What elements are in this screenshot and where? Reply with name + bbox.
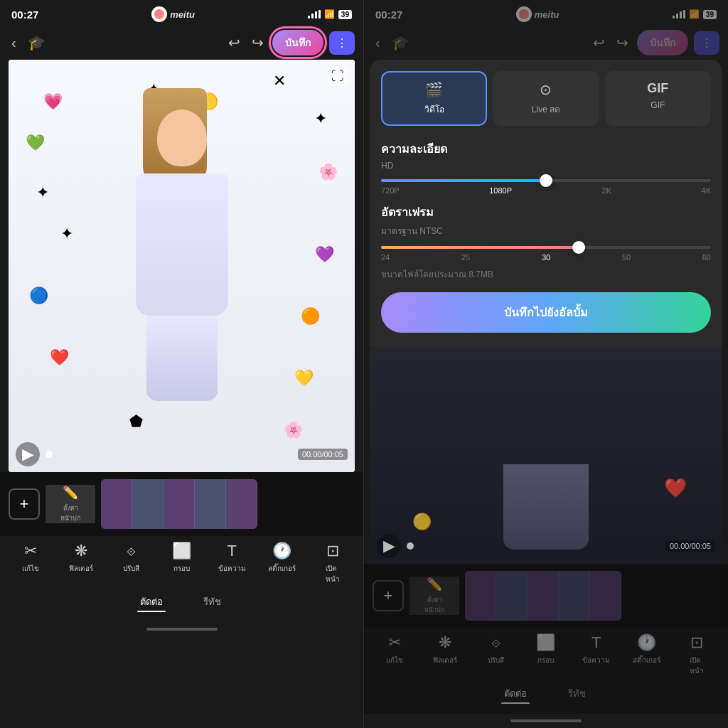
sticker-redheart: ❤️ xyxy=(50,348,69,367)
framerate-title: อัตราเฟรม xyxy=(381,203,711,221)
clip-strip[interactable] xyxy=(101,479,257,529)
video-preview-right: ❤️ 🟡 ▶ 00.00/00:05 xyxy=(370,347,722,564)
back-button-left[interactable]: ‹ xyxy=(9,32,19,54)
sticker-sparkle2: ✦ xyxy=(36,183,49,202)
open-icon: ⊡ xyxy=(326,542,339,560)
export-tabs: 🎬 วิดีโอ ⊙ Live สด GIF GIF xyxy=(381,71,711,126)
tool-icons-right: ✂ แก้ไข ❋ ฟิลเตอร์ ⟐ ปรับสี ⬜ กรอบ T ข xyxy=(364,633,728,676)
tab-retouch-indicator xyxy=(198,611,227,612)
signal-bars-left xyxy=(308,10,321,18)
tool-sticker[interactable]: 🕐 สติ๊กเกอร์ xyxy=(264,542,300,584)
tool-edit[interactable]: ✂ แก้ไข xyxy=(13,542,48,584)
home-bar-right xyxy=(510,719,582,722)
meitu-text-right: meitu xyxy=(535,9,560,20)
home-indicator-right xyxy=(364,714,728,728)
sticker-cross: ✕ xyxy=(273,72,286,90)
res-4k: 4K xyxy=(702,186,711,195)
fps-50: 50 xyxy=(622,253,631,262)
add-clip-button[interactable]: + xyxy=(9,488,40,520)
open-icon-right: ⊡ xyxy=(690,633,703,652)
clip-cover[interactable]: ✏️ ตั้งค่าหน้าปก xyxy=(46,485,95,523)
tool-frame-label-right: กรอบ xyxy=(537,655,554,665)
video-lower-content xyxy=(370,347,722,564)
resolution-section: ความละเอียด HD 720P 1080P 2K 4K xyxy=(381,140,711,195)
sticker-orange: 🟠 xyxy=(301,307,320,326)
tool-color[interactable]: ⟐ ปรับสี xyxy=(114,542,149,584)
status-bar-right: 00:27 meitu 📶 39 xyxy=(364,0,728,26)
frame-icon-right: ⬜ xyxy=(536,633,555,652)
resolution-thumb[interactable] xyxy=(540,174,552,187)
video-content-left: 💗 ✦ ✕ ✦ 💚 🟡 🌸 ✦ 💜 🔵 🟠 ❤️ 💛 ⬟ 🌸 ✦ xyxy=(9,60,355,472)
tool-open[interactable]: ⊡ เปิดหน้า xyxy=(315,542,350,584)
tool-filter-label-right: ฟิลเตอร์ xyxy=(433,655,457,665)
meitu-logo-inner xyxy=(154,9,164,19)
home-indicator-left xyxy=(0,622,363,636)
time-display-left: 00.00/00:05 xyxy=(298,449,348,460)
tab-cut-left[interactable]: ตัดต่อ xyxy=(132,592,171,615)
play-button-left[interactable]: ▶ xyxy=(16,442,40,466)
sticker-purple: 💜 xyxy=(315,245,334,264)
color-icon-right: ⟐ xyxy=(491,633,500,652)
timeline-left: + ✏️ ตั้งค่าหน้าปก xyxy=(0,472,363,536)
tab-cut-label: ตัดต่อ xyxy=(140,594,163,609)
save-button-left[interactable]: บันทึก xyxy=(272,30,323,55)
girl-figure xyxy=(104,95,260,437)
live-tab-label: Live สด xyxy=(532,102,560,116)
sticker-flower: 🌸 xyxy=(284,421,303,439)
export-tab-gif[interactable]: GIF GIF xyxy=(605,71,711,126)
clip-cover-right: ✏️ ตั้งค่าหน้าปก xyxy=(410,577,459,615)
resolution-fill xyxy=(381,179,546,182)
resolution-labels: 720P 1080P 2K 4K xyxy=(381,186,711,195)
more-button-right: ⋮ xyxy=(694,31,719,55)
status-icons-left: 📶 39 xyxy=(308,9,352,19)
tool-text[interactable]: T ข้อความ xyxy=(214,542,250,584)
redo-button-right: ↪ xyxy=(614,31,631,54)
framerate-fill xyxy=(381,246,579,249)
gif-tab-icon: GIF xyxy=(647,81,668,96)
tab-retouch-left[interactable]: รีทัช xyxy=(193,592,232,615)
status-bar-left: 00:27 meitu 📶 39 xyxy=(0,0,363,26)
export-tab-live[interactable]: ⊙ Live สด xyxy=(493,71,599,126)
redo-button-left[interactable]: ↪ xyxy=(249,31,267,54)
tool-frame[interactable]: ⬜ กรอบ xyxy=(164,542,199,584)
clip-cover-label-right: ตั้งค่าหน้าปก xyxy=(424,595,444,615)
tool-sticker-label-right: สติ๊กเกอร์ xyxy=(633,655,660,665)
save-button-right: บันทึก xyxy=(637,30,688,55)
save-btn-wrapper: บันทึก xyxy=(272,30,323,55)
tool-color-label: ปรับสี xyxy=(123,563,139,574)
back-button-right: ‹ xyxy=(373,32,383,54)
tool-frame-label: กรอบ xyxy=(173,563,190,574)
tool-filter[interactable]: ❋ ฟิลเตอร์ xyxy=(63,542,99,584)
right-panel: 00:27 meitu 📶 39 ‹ 🎓 ↩ ↪ บันทึก ⋮ xyxy=(364,0,728,728)
resolution-track xyxy=(381,179,711,182)
tool-sticker-label: สติ๊กเกอร์ xyxy=(268,563,296,574)
more-button-left[interactable]: ⋮ xyxy=(329,31,355,55)
sticker-green: 💚 xyxy=(26,134,45,152)
meitu-text-left: meitu xyxy=(170,9,195,20)
video-preview-left: 💗 ✦ ✕ ✦ 💚 🟡 🌸 ✦ 💜 🔵 🟠 ❤️ 💛 ⬟ 🌸 ✦ xyxy=(9,60,355,472)
bottom-tabs-right: ตัดต่อ รีทัช xyxy=(364,679,728,714)
export-save-button[interactable]: บันทึกไปยังอัลบั้ม xyxy=(381,292,711,333)
hat-button-left[interactable]: 🎓 xyxy=(25,31,48,54)
tool-bar-left: ✂ แก้ไข ❋ ฟิลเตอร์ ⟐ ปรับสี ⬜ กรอบ T ข้อ… xyxy=(0,536,363,587)
expand-button[interactable]: ⛶ xyxy=(328,67,348,86)
tab-cut-indicator-right xyxy=(501,702,530,704)
tool-open-label-right: เปิดหน้า xyxy=(690,655,704,676)
sticker-heart: 💗 xyxy=(43,92,63,111)
filter-icon: ❋ xyxy=(75,542,87,560)
framerate-thumb[interactable] xyxy=(572,241,585,254)
export-tab-video[interactable]: 🎬 วิดีโอ xyxy=(381,71,487,126)
sticker-icon-right: 🕐 xyxy=(637,633,656,652)
undo-button-left[interactable]: ↩ xyxy=(225,31,243,54)
right-bottom-overlay: + ✏️ ตั้งค่าหน้าปก ✂ แก้ไข xyxy=(364,564,728,728)
resolution-sub: HD xyxy=(381,161,711,171)
framerate-section: อัตราเฟรม มาตรฐาน NTSC 24 25 30 50 60 xyxy=(381,203,711,262)
sticker-sparkle3: ✦ xyxy=(60,225,73,243)
tab-retouch-indicator-right xyxy=(562,702,591,704)
timeline-right: + ✏️ ตั้งค่าหน้าปก xyxy=(364,564,728,628)
sticker-icon: 🕐 xyxy=(272,542,291,560)
wifi-icon-right: 📶 xyxy=(689,9,700,19)
res-720p: 720P xyxy=(381,186,400,195)
tool-text-label-right: ข้อความ xyxy=(582,655,610,665)
toolbar-left: ‹ 🎓 ↩ ↪ บันทึก ⋮ xyxy=(0,26,363,60)
